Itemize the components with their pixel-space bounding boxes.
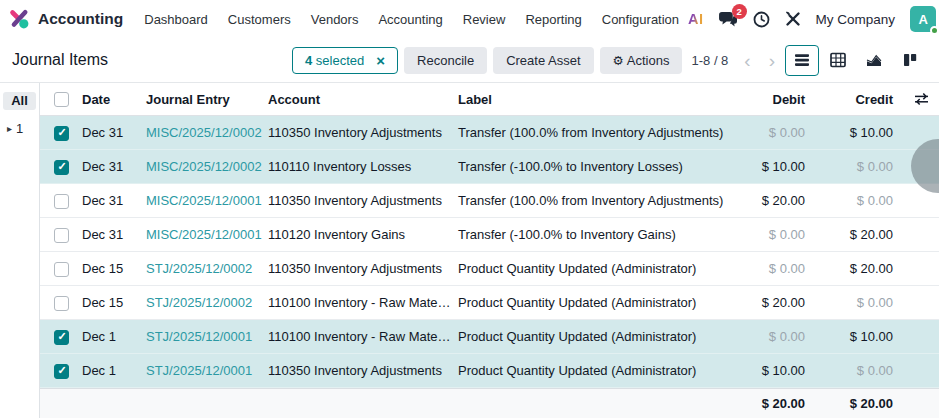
cell-account: 110120 Inventory Gains xyxy=(264,227,454,242)
cell-label: Transfer (100.0% from Inventory Adjustme… xyxy=(454,125,737,140)
cell-date: Dec 31 xyxy=(78,125,142,140)
list-view-icon xyxy=(794,52,810,68)
pager-value[interactable]: 1-8 / 8 xyxy=(691,53,728,68)
ai-icon[interactable]: AI xyxy=(688,11,704,27)
menu-item-dashboard[interactable]: Dashboard xyxy=(135,6,217,33)
pager-previous-button[interactable]: ‹ xyxy=(736,51,758,70)
avatar[interactable]: A xyxy=(910,6,936,32)
cell-account: 110110 Inventory Losses xyxy=(264,159,454,174)
cell-credit: $ 0.00 xyxy=(815,159,903,174)
menu-item-configuration[interactable]: Configuration xyxy=(593,6,688,33)
company-switcher[interactable]: My Company xyxy=(816,12,896,27)
cell-date: Dec 1 xyxy=(78,363,142,378)
create-asset-button[interactable]: Create Asset xyxy=(493,47,593,74)
avatar-initial: A xyxy=(918,12,927,27)
cell-label: Transfer (-100.0% to Inventory Gains) xyxy=(454,227,737,242)
group-expand-caret-icon[interactable]: ▸ xyxy=(7,123,12,134)
cell-journal-entry[interactable]: MISC/2025/12/0001 xyxy=(142,227,264,242)
kanban-view-button[interactable] xyxy=(893,45,927,76)
pivot-view-button[interactable] xyxy=(821,45,855,76)
header-account[interactable]: Account xyxy=(264,92,454,107)
cell-journal-entry[interactable]: STJ/2025/12/0001 xyxy=(142,363,264,378)
online-status-dot xyxy=(930,26,939,35)
table-row[interactable]: Dec 31 MISC/2025/12/0002 110110 Inventor… xyxy=(40,150,939,184)
filter-group-1[interactable]: ▸ 1 xyxy=(0,121,23,136)
table-row[interactable]: Dec 31 MISC/2025/12/0001 110120 Inventor… xyxy=(40,218,939,252)
cell-debit: $ 0.00 xyxy=(737,227,815,242)
menu-item-reporting[interactable]: Reporting xyxy=(516,6,590,33)
main-menu: DashboardCustomersVendorsAccountingRevie… xyxy=(135,6,688,33)
cell-debit: $ 0.00 xyxy=(737,261,815,276)
column-options-button[interactable] xyxy=(903,92,939,106)
cell-journal-entry[interactable]: MISC/2025/12/0002 xyxy=(142,125,264,140)
row-checkbox[interactable] xyxy=(54,330,69,345)
cell-debit: $ 0.00 xyxy=(737,329,815,344)
cell-journal-entry[interactable]: STJ/2025/12/0002 xyxy=(142,295,264,310)
tools-icon xyxy=(785,11,801,27)
pager-next-button[interactable]: › xyxy=(761,51,783,70)
activities-button[interactable] xyxy=(753,11,770,28)
filter-all[interactable]: All xyxy=(3,92,36,110)
row-checkbox[interactable] xyxy=(54,364,69,379)
menu-item-review[interactable]: Review xyxy=(454,6,515,33)
header-credit[interactable]: Credit xyxy=(815,92,903,107)
cell-credit: $ 10.00 xyxy=(815,125,903,140)
header-label[interactable]: Label xyxy=(454,92,737,107)
table-row[interactable]: Dec 1 STJ/2025/12/0001 110100 Inventory … xyxy=(40,320,939,354)
cell-label: Product Quantity Updated (Administrator) xyxy=(454,295,737,310)
cell-label: Product Quantity Updated (Administrator) xyxy=(454,261,737,276)
clock-icon xyxy=(753,11,770,28)
row-checkbox[interactable] xyxy=(54,194,69,209)
page-title: Journal Items xyxy=(12,51,108,68)
row-checkbox[interactable] xyxy=(54,228,69,243)
cell-date: Dec 15 xyxy=(78,295,142,310)
cell-label: Product Quantity Updated (Administrator) xyxy=(454,329,737,344)
table-row[interactable]: Dec 15 STJ/2025/12/0002 110100 Inventory… xyxy=(40,286,939,320)
cell-debit: $ 20.00 xyxy=(737,193,815,208)
cell-account: 110100 Inventory - Raw Materials xyxy=(264,295,454,310)
total-credit: $ 20.00 xyxy=(815,396,903,411)
menu-item-accounting[interactable]: Accounting xyxy=(369,6,451,33)
cell-journal-entry[interactable]: STJ/2025/12/0001 xyxy=(142,329,264,344)
reconcile-button[interactable]: Reconcile xyxy=(404,47,487,74)
select-all-checkbox[interactable] xyxy=(54,92,69,107)
messages-button[interactable]: 2 xyxy=(719,11,738,28)
table-row[interactable]: Dec 31 MISC/2025/12/0002 110350 Inventor… xyxy=(40,116,939,150)
table-header: Date Journal Entry Account Label Debit C… xyxy=(40,83,939,116)
clear-selection-icon[interactable]: × xyxy=(376,53,385,68)
cell-credit: $ 0.00 xyxy=(815,295,903,310)
table-footer: $ 20.00 $ 20.00 xyxy=(40,388,939,418)
apps-menu-button[interactable]: Accounting xyxy=(8,8,123,30)
debug-tools-button[interactable] xyxy=(785,11,801,27)
cell-date: Dec 1 xyxy=(78,329,142,344)
table-row[interactable]: Dec 31 MISC/2025/12/0001 110350 Inventor… xyxy=(40,184,939,218)
cell-credit: $ 20.00 xyxy=(815,261,903,276)
cell-journal-entry[interactable]: MISC/2025/12/0001 xyxy=(142,193,264,208)
selection-actions: 4 selected × Reconcile Create Asset ⚙Act… xyxy=(292,47,682,74)
header-debit[interactable]: Debit xyxy=(737,92,815,107)
table-row[interactable]: Dec 1 STJ/2025/12/0001 110350 Inventory … xyxy=(40,354,939,388)
accounting-app-icon xyxy=(8,8,30,30)
actions-button[interactable]: ⚙Actions xyxy=(600,47,683,74)
menu-item-vendors[interactable]: Vendors xyxy=(302,6,368,33)
search-panel: All ▸ 1 xyxy=(0,83,40,418)
selected-count-chip[interactable]: 4 selected × xyxy=(292,47,398,74)
cell-label: Product Quantity Updated (Administrator) xyxy=(454,363,737,378)
header-journal-entry[interactable]: Journal Entry xyxy=(142,92,264,107)
pager-and-views: 1-8 / 8 ‹ › xyxy=(691,45,927,76)
cell-label: Transfer (-100.0% to Inventory Losses) xyxy=(454,159,737,174)
cell-date: Dec 15 xyxy=(78,261,142,276)
column-options-icon xyxy=(914,92,929,106)
table-row[interactable]: Dec 15 STJ/2025/12/0002 110350 Inventory… xyxy=(40,252,939,286)
cell-journal-entry[interactable]: MISC/2025/12/0002 xyxy=(142,159,264,174)
header-date[interactable]: Date xyxy=(78,92,142,107)
graph-view-button[interactable] xyxy=(857,45,891,76)
row-checkbox[interactable] xyxy=(54,160,69,175)
row-checkbox[interactable] xyxy=(54,262,69,277)
top-navbar: Accounting DashboardCustomersVendorsAcco… xyxy=(0,0,939,38)
row-checkbox[interactable] xyxy=(54,296,69,311)
list-view-button[interactable] xyxy=(785,45,819,76)
cell-journal-entry[interactable]: STJ/2025/12/0002 xyxy=(142,261,264,276)
menu-item-customers[interactable]: Customers xyxy=(219,6,300,33)
row-checkbox[interactable] xyxy=(54,126,69,141)
